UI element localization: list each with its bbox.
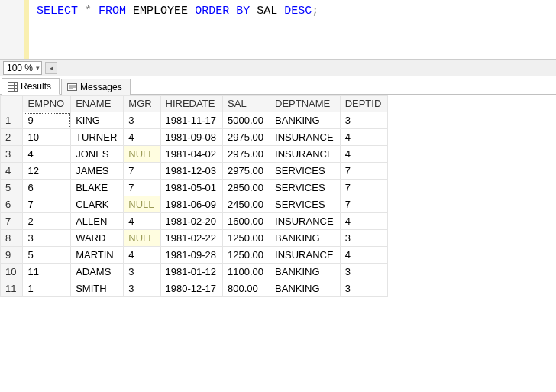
- cell[interactable]: 800.00: [223, 280, 270, 297]
- row-header[interactable]: 5: [1, 180, 23, 196]
- cell[interactable]: 1250.00: [223, 230, 270, 247]
- column-header[interactable]: ENAME: [71, 96, 124, 112]
- cell[interactable]: 3: [340, 112, 388, 129]
- cell[interactable]: 4: [23, 146, 71, 163]
- cell[interactable]: 1981-04-02: [160, 146, 223, 163]
- column-header[interactable]: SAL: [223, 96, 270, 112]
- results-grid[interactable]: EMPNOENAMEMGRHIREDATESALDEPTNAMEDEPTID19…: [0, 95, 388, 297]
- tab-results[interactable]: Results: [2, 78, 60, 95]
- cell[interactable]: 2975.00: [223, 146, 270, 163]
- cell[interactable]: ALLEN: [71, 213, 124, 230]
- column-header[interactable]: DEPTID: [340, 96, 388, 112]
- cell[interactable]: 4: [340, 213, 388, 230]
- cell[interactable]: 3: [23, 230, 71, 247]
- cell[interactable]: 1981-09-08: [160, 129, 223, 146]
- cell[interactable]: 4: [124, 213, 160, 230]
- table-row[interactable]: 67CLARKNULL1981-06-092450.00SERVICES7: [1, 196, 388, 213]
- row-header[interactable]: 10: [1, 264, 23, 280]
- row-header[interactable]: 9: [1, 247, 23, 264]
- cell[interactable]: SERVICES: [270, 196, 341, 213]
- cell[interactable]: 5: [23, 247, 71, 264]
- table-row[interactable]: 1011ADAMS31981-01-121100.00BANKING3: [1, 264, 388, 280]
- cell[interactable]: MARTIN: [71, 247, 124, 264]
- cell[interactable]: 1: [23, 280, 71, 297]
- tab-messages[interactable]: Messages: [61, 79, 131, 95]
- cell[interactable]: INSURANCE: [270, 146, 341, 163]
- cell[interactable]: 3: [340, 230, 388, 247]
- cell[interactable]: 4: [124, 129, 160, 146]
- cell[interactable]: JAMES: [71, 163, 124, 180]
- cell[interactable]: KING: [71, 112, 124, 129]
- cell[interactable]: 7: [124, 163, 160, 180]
- cell[interactable]: JONES: [71, 146, 124, 163]
- cell[interactable]: 2975.00: [223, 163, 270, 180]
- cell[interactable]: INSURANCE: [270, 247, 341, 264]
- cell[interactable]: INSURANCE: [270, 213, 341, 230]
- cell[interactable]: 3: [340, 280, 388, 297]
- row-header[interactable]: 4: [1, 163, 23, 180]
- cell[interactable]: 3: [124, 264, 160, 280]
- row-header[interactable]: 2: [1, 129, 23, 146]
- row-header[interactable]: 8: [1, 230, 23, 247]
- table-row[interactable]: 95MARTIN41981-09-281250.00INSURANCE4: [1, 247, 388, 264]
- cell[interactable]: BANKING: [270, 280, 341, 297]
- table-row[interactable]: 83WARDNULL1981-02-221250.00BANKING3: [1, 230, 388, 247]
- scroll-left-button[interactable]: ◂: [45, 62, 57, 74]
- cell[interactable]: 10: [23, 129, 71, 146]
- cell[interactable]: BANKING: [270, 264, 341, 280]
- cell[interactable]: 1981-12-03: [160, 163, 223, 180]
- cell[interactable]: 7: [340, 196, 388, 213]
- cell[interactable]: 1981-01-12: [160, 264, 223, 280]
- cell[interactable]: NULL: [124, 230, 160, 247]
- table-row[interactable]: 111SMITH31980-12-17800.00BANKING3: [1, 280, 388, 297]
- cell[interactable]: SERVICES: [270, 163, 341, 180]
- cell[interactable]: 1981-11-17: [160, 112, 223, 129]
- cell[interactable]: 2975.00: [223, 129, 270, 146]
- cell[interactable]: 1981-09-28: [160, 247, 223, 264]
- table-row[interactable]: 72ALLEN41981-02-201600.00INSURANCE4: [1, 213, 388, 230]
- cell[interactable]: CLARK: [71, 196, 124, 213]
- row-header[interactable]: 11: [1, 280, 23, 297]
- column-header[interactable]: EMPNO: [23, 96, 71, 112]
- cell[interactable]: 7: [340, 180, 388, 196]
- cell[interactable]: 4: [124, 247, 160, 264]
- cell[interactable]: 4: [340, 129, 388, 146]
- cell[interactable]: 3: [124, 280, 160, 297]
- cell[interactable]: 4: [340, 247, 388, 264]
- cell[interactable]: 1981-06-09: [160, 196, 223, 213]
- cell[interactable]: SMITH: [71, 280, 124, 297]
- cell[interactable]: 2450.00: [223, 196, 270, 213]
- cell[interactable]: 3: [340, 264, 388, 280]
- table-row[interactable]: 34JONESNULL1981-04-022975.00INSURANCE4: [1, 146, 388, 163]
- cell[interactable]: BANKING: [270, 112, 341, 129]
- cell[interactable]: SERVICES: [270, 180, 341, 196]
- cell[interactable]: ADAMS: [71, 264, 124, 280]
- grid-corner[interactable]: [1, 96, 23, 112]
- cell[interactable]: 1980-12-17: [160, 280, 223, 297]
- cell[interactable]: TURNER: [71, 129, 124, 146]
- column-header[interactable]: DEPTNAME: [270, 96, 341, 112]
- cell[interactable]: 3: [124, 112, 160, 129]
- zoom-dropdown[interactable]: 100 % ▾: [3, 61, 42, 75]
- cell[interactable]: 2: [23, 213, 71, 230]
- cell[interactable]: 9: [23, 112, 71, 129]
- cell[interactable]: NULL: [124, 196, 160, 213]
- column-header[interactable]: MGR: [124, 96, 160, 112]
- cell[interactable]: 5000.00: [223, 112, 270, 129]
- cell[interactable]: BANKING: [270, 230, 341, 247]
- cell[interactable]: NULL: [124, 146, 160, 163]
- cell[interactable]: INSURANCE: [270, 129, 341, 146]
- cell[interactable]: 12: [23, 163, 71, 180]
- cell[interactable]: 7: [124, 180, 160, 196]
- cell[interactable]: 11: [23, 264, 71, 280]
- cell[interactable]: 1100.00: [223, 264, 270, 280]
- cell[interactable]: WARD: [71, 230, 124, 247]
- cell[interactable]: 1981-02-20: [160, 213, 223, 230]
- column-header[interactable]: HIREDATE: [160, 96, 223, 112]
- cell[interactable]: 4: [340, 146, 388, 163]
- sql-editor[interactable]: SELECT * FROM EMPLOYEE ORDER BY SAL DESC…: [29, 0, 556, 59]
- table-row[interactable]: 19KING31981-11-175000.00BANKING3: [1, 112, 388, 129]
- cell[interactable]: BLAKE: [71, 180, 124, 196]
- cell[interactable]: 1600.00: [223, 213, 270, 230]
- cell[interactable]: 7: [23, 196, 71, 213]
